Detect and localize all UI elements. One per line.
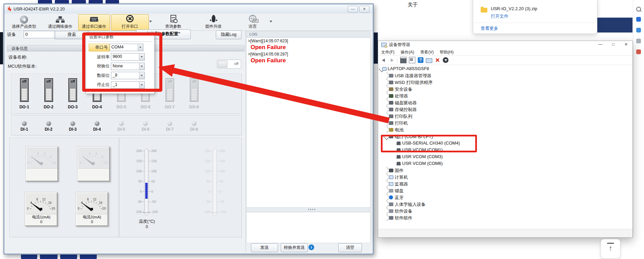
send-button[interactable]: 发送 — [251, 243, 278, 252]
security-icon — [389, 87, 393, 91]
divider — [473, 23, 597, 23]
tree-item[interactable]: 打印机 — [378, 120, 632, 126]
minimize-button[interactable]: — — [348, 6, 358, 13]
tree-item[interactable]: LAPTOP-A8SSGSF8 — [378, 65, 632, 72]
tree-item[interactable]: 蓝牙 — [378, 194, 632, 201]
hide-log-button[interactable]: 隐藏Log — [216, 30, 242, 39]
list-view-icon[interactable] — [400, 57, 407, 63]
menu-item[interactable]: 帮助(H) — [437, 49, 457, 55]
sidebar-app-icon[interactable] — [636, 39, 641, 43]
do-label: DO-8 — [185, 105, 203, 109]
scroll-to-top-button[interactable]: ↑ — [601, 239, 620, 259]
close-button[interactable]: ✕ — [359, 6, 369, 13]
tree-item[interactable]: USB 连接器管理器 — [378, 72, 632, 79]
tree-item[interactable]: USR VCOM (COM6) — [378, 160, 632, 167]
toolbar-button-language[interactable]: ABC语言 — [236, 14, 269, 30]
app-logo-icon — [7, 6, 12, 12]
back-icon[interactable] — [381, 57, 387, 63]
toolbar-button-open-port[interactable]: 打开串口 — [111, 14, 149, 30]
svg-text:0: 0 — [28, 161, 29, 165]
toolbar-button-network[interactable]: 通过网络操作 — [43, 14, 77, 30]
gauge-value: 0 — [76, 220, 108, 224]
forward-icon[interactable] — [389, 57, 395, 63]
tree-item[interactable]: 安全设备 — [378, 86, 632, 92]
svg-text:-100: -100 — [220, 210, 226, 214]
open-port-icon — [126, 15, 134, 22]
tree-item[interactable]: 监视器 — [378, 180, 632, 187]
current-gauge: 048121620电流2(mA)0 — [76, 192, 108, 226]
maximize-button[interactable]: □ — [607, 41, 620, 49]
toolbar-button-serial[interactable]: 通过串口操作 — [78, 14, 110, 30]
menu-item[interactable]: 文件(F) — [378, 49, 397, 55]
thermometer-disabled: 200200150150100100505000-50-50-100-100 — [200, 148, 229, 219]
svg-text:50: 50 — [151, 180, 155, 183]
tree-item[interactable]: 电池 — [378, 126, 632, 133]
device-manager-title: 设备管理器 — [389, 42, 410, 48]
chevron-down-icon[interactable] — [149, 21, 152, 22]
tree-item[interactable]: 磁盘驱动器 — [378, 99, 632, 106]
auto-refresh-toggle[interactable]: off — [217, 60, 241, 69]
processor-icon — [389, 94, 393, 98]
cutoff-page-text — [40, 254, 58, 259]
clear-button[interactable]: 清空 — [338, 243, 362, 252]
chevron-down-icon[interactable] — [270, 21, 272, 22]
tree-item[interactable]: 存储控制器 — [378, 106, 632, 113]
svg-text:100: 100 — [151, 170, 157, 173]
minimize-button[interactable]: — — [594, 41, 607, 49]
do-switch[interactable]: off — [20, 78, 29, 102]
toolbar-button-query-params[interactable]: 查询参数 — [156, 14, 190, 30]
do-switch-state: off — [45, 80, 52, 83]
sidebar-app-icon[interactable] — [636, 28, 641, 33]
do-switch-state: off — [69, 80, 76, 83]
toolbar-button-back[interactable]: 选择产品类型 — [6, 14, 42, 30]
tree-item[interactable]: 软件设备 — [378, 208, 632, 214]
gauge-label: 电流1(mA) — [26, 215, 57, 220]
thermometer: 200200150150100100505000-50-50-100-100 — [132, 148, 161, 219]
disable-device-icon[interactable] — [443, 57, 448, 63]
di-label: DI-4 — [88, 127, 106, 132]
send-with-checksum-button[interactable]: 校验并发送 — [281, 243, 308, 252]
search-icon[interactable] — [636, 7, 641, 12]
uninstall-device-icon[interactable] — [435, 57, 440, 63]
tree-item[interactable]: 人体学输入设备 — [378, 201, 632, 208]
tree-item[interactable]: 计算机 — [378, 174, 632, 180]
tree-item[interactable]: 打印队列 — [378, 113, 632, 120]
mcu-version-label: MCU软件版本: — [8, 63, 37, 69]
log-send-input[interactable] — [246, 212, 371, 243]
see-more-link[interactable]: 查看更多 — [481, 25, 498, 31]
toolbar-button-firmware[interactable]: 固件升级 — [198, 14, 229, 30]
app-title: USR-IO424T-EWR V2.2.20 — [14, 7, 65, 12]
menu-item[interactable]: 查看(V) — [417, 49, 437, 55]
usb-icon — [389, 74, 393, 78]
device-manager-statusbar — [378, 229, 632, 237]
close-button[interactable]: ✕ — [620, 41, 632, 49]
do-label: DO-5 — [113, 105, 130, 109]
tree-item[interactable]: 软件组件 — [378, 214, 632, 221]
svg-text:0: 0 — [140, 190, 142, 193]
tree-item[interactable]: WSD 打印提供程序 — [378, 79, 632, 86]
properties-icon[interactable] — [409, 57, 415, 63]
analog-gauge: 0246810 — [26, 147, 58, 181]
open-file-link[interactable]: 打开文件 — [491, 13, 508, 19]
sidebar-app-icon[interactable] — [636, 49, 641, 54]
do-switch[interactable]: off — [68, 78, 77, 102]
log-splitter-handle[interactable] — [246, 207, 370, 212]
do-label: DO-7 — [161, 105, 179, 109]
tree-item[interactable]: 键盘 — [378, 187, 632, 194]
help-icon[interactable]: ? — [418, 57, 423, 63]
desktop-dark-strip — [374, 33, 378, 64]
tree-item[interactable]: USR VCOM (COM3) — [378, 153, 632, 160]
tree-item[interactable]: 固件 — [378, 167, 632, 174]
gauge-footer: 电流2(mA)0 — [76, 215, 108, 225]
serial-icon — [90, 17, 98, 22]
scan-hardware-icon[interactable] — [426, 58, 432, 63]
tree-item[interactable]: 处理器 — [378, 92, 632, 99]
menu-item[interactable]: 操作(A) — [397, 49, 417, 55]
cutoff-page-text — [60, 254, 77, 259]
info-icon[interactable]: i — [308, 244, 314, 250]
tree-item-label: LAPTOP-A8SSGSF8 — [388, 66, 429, 71]
do-switch[interactable]: off — [44, 78, 53, 102]
do-switch-state: off — [190, 80, 198, 83]
about-link[interactable]: 关于 — [408, 2, 418, 8]
sidebar-app-icon[interactable] — [636, 17, 641, 22]
